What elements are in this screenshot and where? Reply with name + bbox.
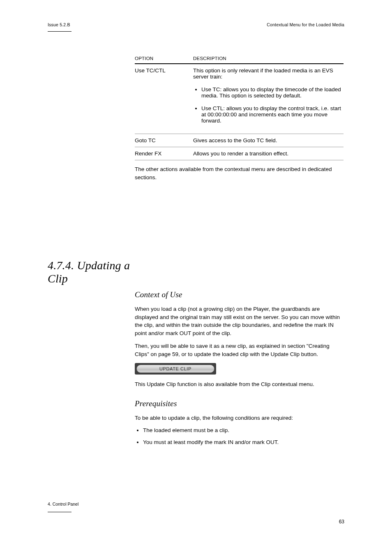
paragraph: Then, you will be able to save it as a n… <box>135 342 344 358</box>
list-item: The loaded element must be a clip. <box>143 426 344 435</box>
table-header-option: OPTION <box>135 53 193 64</box>
update-clip-button-label: UPDATE CLIP <box>136 365 214 373</box>
option-description-intro: Allows you to render a transition effect… <box>193 150 288 157</box>
option-name: Goto TC <box>135 137 156 143</box>
table-row: Use TC/CTL This option is only relevant … <box>135 64 344 134</box>
option-bullet: Use CTL: allows you to display the contr… <box>201 105 344 124</box>
top-rule <box>48 31 71 32</box>
subheading-prerequisites: Prerequisites <box>135 399 344 408</box>
subheading-context: Context of Use <box>135 290 344 299</box>
table-row: Render FX Allows you to render a transit… <box>135 147 344 160</box>
header-issue: Issue 5.2.B <box>48 22 70 27</box>
update-clip-button[interactable]: UPDATE CLIP <box>135 363 216 375</box>
paragraph: To be able to update a clip, the followi… <box>135 414 344 422</box>
option-description-intro: Gives access to the Goto TC field. <box>193 137 277 143</box>
paragraph: This Update Clip function is also availa… <box>135 380 344 388</box>
table-header-description-text: DESCRIPTION <box>193 56 226 61</box>
option-name: Render FX <box>135 150 161 157</box>
section-heading-updating: 4.7.4. Updating a Clip <box>48 259 135 285</box>
paragraph: When you load a clip (not a growing clip… <box>135 305 344 337</box>
option-description-intro: This option is only relevant if the load… <box>193 67 344 80</box>
header-title: Contextual Menu for the Loaded Media <box>267 22 344 27</box>
table-header-description: DESCRIPTION <box>193 53 344 64</box>
options-table: OPTION DESCRIPTION Use TC/CTL This optio… <box>135 53 344 160</box>
option-bullet: Use TC: allows you to display the timeco… <box>201 86 344 99</box>
page-number: 63 <box>339 519 344 525</box>
bottom-rule <box>48 512 71 512</box>
paragraph: The other actions available from the con… <box>135 165 344 181</box>
table-header-option-text: OPTION <box>135 56 153 61</box>
option-name: Use TC/CTL <box>135 67 166 74</box>
chapter-reference: 4. Control Panel <box>48 502 78 506</box>
table-row: Goto TC Gives access to the Goto TC fiel… <box>135 134 344 147</box>
list-item: You must at least modify the mark IN and… <box>143 438 344 446</box>
